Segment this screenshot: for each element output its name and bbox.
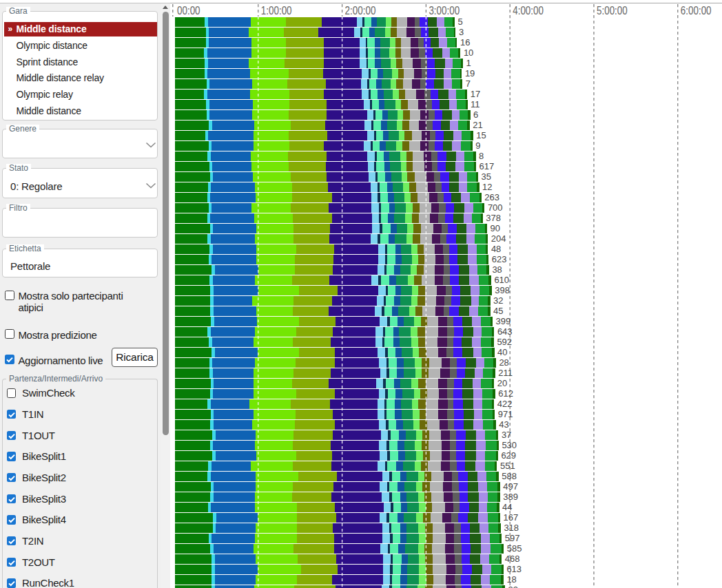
svg-text:468: 468 [505,554,520,564]
svg-text:48: 48 [491,244,501,254]
svg-text:90: 90 [491,223,500,233]
svg-text:2:00:00: 2:00:00 [345,3,376,17]
svg-text:7: 7 [466,78,471,89]
svg-text:21: 21 [473,120,482,130]
svg-text:37: 37 [502,430,511,440]
svg-text:263: 263 [484,192,499,202]
svg-text:6:00:00: 6:00:00 [681,3,712,17]
svg-text:17: 17 [471,89,480,99]
svg-text:378: 378 [486,213,501,223]
svg-text:35: 35 [482,171,491,182]
svg-text:15: 15 [476,130,486,140]
svg-text:1:00:00: 1:00:00 [261,3,292,17]
svg-text:00:00: 00:00 [177,3,200,17]
svg-text:12: 12 [482,182,492,192]
svg-text:38: 38 [492,264,502,275]
svg-text:19: 19 [465,68,475,78]
svg-text:5: 5 [458,17,463,27]
svg-text:18: 18 [506,574,516,585]
svg-text:551: 551 [500,461,515,471]
svg-text:167: 167 [504,512,519,523]
svg-text:643: 643 [497,326,513,337]
svg-text:28: 28 [499,357,508,368]
svg-text:613: 613 [506,564,522,574]
svg-text:3:00:00: 3:00:00 [429,3,460,17]
svg-text:10: 10 [464,48,473,58]
svg-text:623: 623 [492,254,507,264]
svg-text:32: 32 [493,295,503,306]
svg-text:597: 597 [505,533,520,543]
svg-text:6: 6 [473,109,478,120]
svg-text:610: 610 [494,275,509,285]
svg-text:11: 11 [471,99,480,109]
svg-text:204: 204 [491,233,506,244]
svg-text:389: 389 [503,492,518,502]
svg-text:399: 399 [496,316,511,326]
svg-text:4:00:00: 4:00:00 [513,3,544,17]
svg-text:40: 40 [497,347,507,357]
svg-text:8: 8 [479,151,484,161]
svg-text:45: 45 [493,306,503,316]
svg-text:588: 588 [502,471,517,481]
svg-text:629: 629 [501,450,516,461]
svg-text:20: 20 [497,378,507,388]
svg-text:612: 612 [498,388,513,399]
svg-text:617: 617 [479,161,495,171]
svg-text:318: 318 [504,523,519,533]
svg-text:5:00:00: 5:00:00 [597,3,628,17]
svg-text:9: 9 [475,140,480,151]
svg-text:700: 700 [488,202,503,213]
svg-text:16: 16 [460,37,470,48]
svg-text:971: 971 [498,409,513,419]
svg-text:3: 3 [459,27,464,37]
svg-text:211: 211 [498,368,513,378]
svg-text:585: 585 [507,543,522,554]
svg-text:43: 43 [499,419,508,430]
svg-text:1: 1 [466,58,471,68]
svg-text:398: 398 [495,285,510,295]
svg-text:22: 22 [508,585,518,588]
svg-text:497: 497 [503,481,518,492]
svg-text:44: 44 [502,502,512,512]
svg-text:422: 422 [497,399,513,409]
svg-text:530: 530 [502,440,517,450]
svg-text:592: 592 [497,337,512,347]
